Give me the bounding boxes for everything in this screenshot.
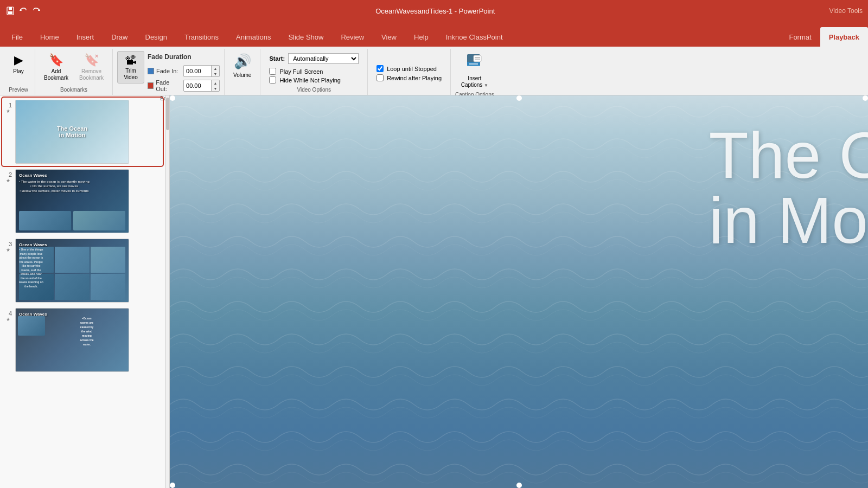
fade-out-up[interactable]: ▲ [212, 80, 219, 86]
remove-bookmark-label: RemoveBookmark [79, 68, 104, 81]
fade-out-row: Fade Out: ▲ ▼ [148, 79, 220, 92]
title-bar: OceanWavesandTides-1 - PowerPoint Video … [0, 0, 868, 22]
add-bookmark-label: AddBookmark [44, 68, 68, 81]
play-full-screen-checkbox[interactable] [269, 68, 276, 75]
hide-while-not-playing-row: Hide While Not Playing [269, 76, 359, 84]
slide-2-number: 2 [4, 171, 12, 178]
slide-item-4[interactable]: 4 ★ Ocean Waves •Oceanwaves arecaused by… [2, 306, 163, 374]
fade-in-input-wrap: ▲ ▼ [183, 65, 220, 77]
fade-out-input-wrap: ▲ ▼ [183, 80, 220, 92]
video-tools-label: Video Tools [829, 7, 863, 15]
tab-review[interactable]: Review [332, 27, 373, 47]
hide-while-not-playing-checkbox[interactable] [269, 76, 276, 84]
add-bookmark-icon: 🔖 [49, 53, 63, 67]
insert-captions-icon [466, 53, 483, 74]
slide-4-number: 4 [4, 310, 12, 317]
video-options-group: Start: Automatically On Click When Click… [260, 49, 368, 95]
slide-title-line2: in Mo [709, 188, 868, 253]
rewind-after-playing-checkbox[interactable] [376, 74, 384, 81]
editing-group-content: 📽 TrimVideo Fade Duration Fade In: ▲ [117, 49, 220, 94]
tab-design[interactable]: Design [137, 27, 176, 47]
slide-1-title: The Oceanin Motion [57, 125, 87, 138]
slide-3-content: Ocean Waves • One of the things many peo… [16, 239, 129, 302]
slide-panel: 1 ★ The Oceanin Motion 2 ★ Ocean Waves •… [0, 95, 165, 488]
loop-until-stopped-row: Loop until Stopped [376, 65, 442, 72]
tab-format[interactable]: Format [780, 27, 820, 47]
slide-4-meta: 4 ★ [4, 308, 12, 322]
fade-out-label: Fade Out: [148, 79, 180, 92]
window-title: OceanWavesandTides-1 - PowerPoint [41, 7, 829, 15]
tab-home[interactable]: Home [31, 27, 68, 47]
tab-insert[interactable]: Insert [68, 27, 103, 47]
slide-item-3[interactable]: 3 ★ Ocean Waves • One of the things [2, 236, 163, 305]
tab-view[interactable]: View [373, 27, 405, 47]
undo-icon[interactable] [18, 6, 28, 16]
tab-draw[interactable]: Draw [103, 27, 136, 47]
preview-group: ▶ Play Preview [2, 49, 35, 95]
trim-video-label: TrimVideo [124, 68, 137, 81]
title-bar-left [5, 6, 41, 16]
volume-button[interactable]: 🔊 Volume [229, 51, 256, 80]
selection-handle-bottom-left[interactable] [170, 483, 175, 488]
fade-out-input[interactable] [184, 82, 211, 89]
add-bookmark-button[interactable]: 🔖 AddBookmark [40, 51, 73, 84]
loop-rewind-content: Loop until Stopped Rewind after Playing [372, 49, 446, 86]
fade-out-spinner: ▲ ▼ [211, 80, 219, 91]
tab-classpoint[interactable]: Inknoe ClassPoint [437, 27, 512, 47]
slide-1-star: ★ [6, 108, 10, 114]
slide-4-star: ★ [6, 317, 10, 322]
tab-help[interactable]: Help [405, 27, 437, 47]
loop-rewind-group: Loop until Stopped Rewind after Playing … [368, 49, 451, 95]
slide-2-thumb: Ocean Waves • The water in the ocean is … [15, 169, 129, 233]
svg-rect-1 [9, 7, 12, 10]
fade-duration-title: Fade Duration [148, 53, 220, 61]
slide-canvas[interactable]: The O in Mo [170, 95, 868, 488]
slide-item-2[interactable]: 2 ★ Ocean Waves • The water in the ocean… [2, 167, 163, 235]
slide-1-meta: 1 ★ [4, 100, 12, 114]
canvas-area: The O in Mo [170, 95, 868, 488]
tab-slideshow[interactable]: Slide Show [279, 27, 332, 47]
loop-until-stopped-label[interactable]: Loop until Stopped [387, 66, 437, 72]
slide-3-meta: 3 ★ [4, 239, 12, 253]
selection-handle-top[interactable] [516, 95, 522, 101]
slide-panel-scrollbar[interactable] [165, 95, 170, 488]
preview-group-content: ▶ Play [7, 49, 30, 86]
slide-item-1[interactable]: 1 ★ The Oceanin Motion [2, 98, 163, 166]
fade-in-spinner: ▲ ▼ [211, 66, 219, 76]
ribbon-tabs: File Home Insert Draw Design Transitions… [0, 22, 868, 47]
preview-group-label: Preview [7, 86, 30, 95]
tab-transitions[interactable]: Transitions [176, 27, 227, 47]
selection-handle-top-right[interactable] [863, 95, 868, 101]
tab-file[interactable]: File [3, 27, 31, 47]
remove-bookmark-button: 🔖 ✕ RemoveBookmark [75, 51, 108, 84]
rewind-after-playing-label[interactable]: Rewind after Playing [387, 75, 442, 81]
selection-handle-top-left[interactable] [170, 95, 175, 101]
slide-3-star: ★ [6, 247, 10, 253]
start-row: Start: Automatically On Click When Click… [269, 53, 359, 64]
slide-1-content: The Oceanin Motion [16, 100, 129, 163]
fade-in-up[interactable]: ▲ [212, 66, 219, 71]
play-label: Play [13, 68, 23, 75]
play-full-screen-row: Play Full Screen [269, 68, 359, 75]
save-icon[interactable] [5, 6, 15, 16]
insert-captions-button[interactable]: InsertCaptions ▼ [457, 51, 493, 91]
slide-2-body: • The water in the ocean is constantly m… [19, 179, 90, 193]
svg-rect-2 [8, 11, 12, 14]
play-full-screen-label[interactable]: Play Full Screen [279, 68, 323, 75]
fade-duration-section: Fade Duration Fade In: ▲ ▼ [148, 51, 220, 94]
slide-2-meta: 2 ★ [4, 169, 12, 183]
play-button[interactable]: ▶ Play [7, 51, 30, 77]
hide-while-not-playing-label[interactable]: Hide While Not Playing [279, 77, 341, 84]
editing-group: 📽 TrimVideo Fade Duration Fade In: ▲ [113, 49, 225, 95]
fade-in-down[interactable]: ▼ [212, 71, 219, 76]
redo-icon[interactable] [31, 6, 41, 16]
selection-handle-bottom[interactable] [516, 483, 522, 488]
fade-in-input[interactable] [184, 67, 211, 75]
trim-video-button[interactable]: 📽 TrimVideo [117, 51, 144, 84]
tab-animations[interactable]: Animations [227, 27, 279, 47]
tab-playback[interactable]: Playback [820, 27, 868, 47]
fade-out-down[interactable]: ▼ [212, 86, 219, 91]
loop-until-stopped-checkbox[interactable] [376, 65, 384, 72]
video-options-group-label: Video Options [265, 86, 363, 95]
start-select[interactable]: Automatically On Click When Clicked On [288, 53, 359, 64]
